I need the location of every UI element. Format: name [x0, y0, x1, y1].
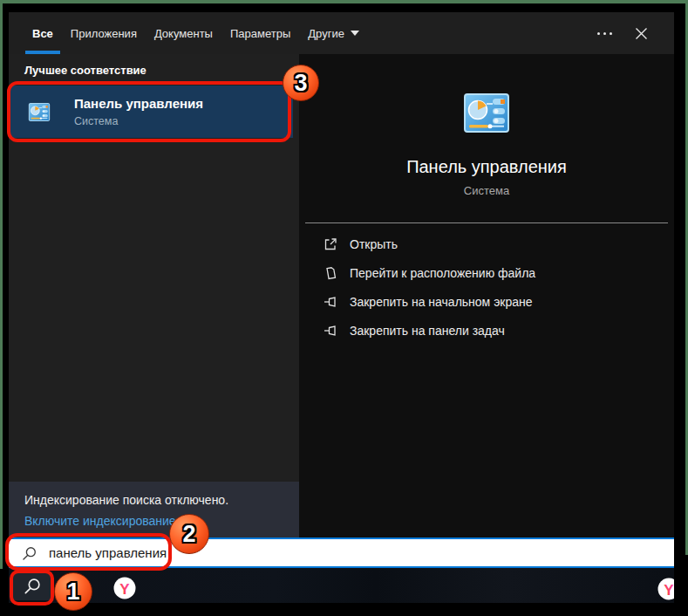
action-pin-to-taskbar-label: Закрепить на панели задач [350, 324, 505, 338]
tab-all[interactable]: Все [24, 12, 62, 54]
tab-settings[interactable]: Параметры [221, 12, 299, 54]
context-actions: Открыть Перейти к расположению файла [299, 223, 674, 345]
svg-text:Y: Y [119, 581, 130, 598]
desktop-edge-top [0, 0, 688, 3]
taskbar: Y Y [9, 568, 674, 603]
search-filter-tabbar: Все Приложения Документы Параметры Други… [9, 12, 674, 54]
preview-subtitle: Система [464, 184, 509, 197]
indexing-status-text: Индексирование поиска отключено. [24, 489, 283, 510]
preview-panel: Панель управления Система Открыть [299, 54, 674, 537]
file-location-icon [323, 265, 337, 280]
best-match-header: Лучшее соответствие [9, 54, 299, 77]
action-open[interactable]: Открыть [323, 229, 674, 258]
chevron-down-icon [351, 31, 359, 36]
action-open-file-location-label: Перейти к расположению файла [350, 266, 535, 280]
action-pin-to-start[interactable]: Закрепить на начальном экране [323, 287, 674, 316]
tab-apps[interactable]: Приложения [62, 12, 146, 54]
tab-more-label: Другие [308, 27, 344, 40]
see-more-button[interactable] [590, 24, 619, 44]
yandex-browser-icon-partial[interactable]: Y [657, 578, 674, 600]
yandex-browser-icon[interactable]: Y [113, 577, 136, 599]
tab-more[interactable]: Другие [299, 12, 368, 54]
tab-documents[interactable]: Документы [146, 12, 221, 54]
close-button[interactable] [628, 22, 655, 45]
action-pin-to-taskbar[interactable]: Закрепить на панели задач [323, 316, 674, 345]
close-icon [635, 27, 648, 40]
preview-title: Панель управления [406, 157, 567, 177]
screen: Все Приложения Документы Параметры Други… [0, 0, 688, 616]
desktop-edge-left [0, 3, 3, 569]
control-panel-icon-large [464, 93, 509, 133]
action-open-file-location[interactable]: Перейти к расположению файла [323, 258, 674, 287]
annotation-box-search-field [5, 533, 172, 571]
annotation-box-result [7, 81, 291, 142]
pin-icon [323, 323, 337, 338]
annotation-step-3-badge: 3 [283, 65, 319, 101]
pin-icon [323, 294, 337, 309]
svg-text:Y: Y [664, 582, 674, 599]
action-open-label: Открыть [350, 237, 398, 251]
annotation-step-1-badge: 1 [54, 572, 92, 611]
annotation-box-taskbar-search [10, 570, 54, 606]
open-icon [323, 236, 337, 251]
action-pin-to-start-label: Закрепить на начальном экране [350, 295, 533, 309]
indexing-status-block: Индексирование поиска отключено. Включит… [9, 482, 299, 537]
enable-indexing-link[interactable]: Включите индексирование. [24, 510, 283, 531]
annotation-step-2-badge: 2 [169, 514, 209, 554]
ellipsis-icon [597, 32, 600, 35]
